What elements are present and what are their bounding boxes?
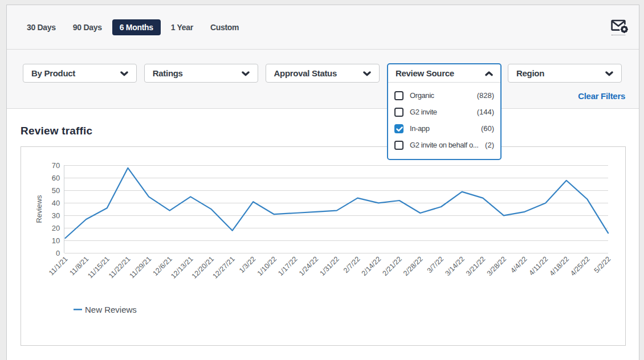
svg-text:1/10/22: 1/10/22 [256, 255, 278, 277]
filter-review-source[interactable]: Review Source [388, 64, 500, 83]
svg-text:3/28/22: 3/28/22 [486, 255, 508, 277]
line-chart: 01020304050607011/1/2111/8/2111/15/2111/… [21, 147, 625, 345]
svg-text:11/15/21: 11/15/21 [86, 255, 111, 280]
option-organic[interactable]: Organic (828) [388, 87, 500, 104]
option-g2-invite-on-behalf[interactable]: G2 invite on behalf o... (2) [388, 137, 500, 153]
option-g2-invite-on-behalf-label: G2 invite on behalf o... [410, 141, 482, 149]
svg-text:50: 50 [52, 186, 60, 195]
option-g2-invite[interactable]: G2 invite (144) [388, 104, 500, 120]
checkbox-g2-invite-on-behalf[interactable] [394, 141, 403, 150]
svg-text:3/21/22: 3/21/22 [464, 255, 487, 277]
filters-row: By Product Ratings Approval Status Regio [23, 64, 622, 83]
checkbox-organic[interactable] [394, 91, 403, 100]
option-organic-label: Organic [410, 91, 474, 100]
option-in-app-label: In-app [410, 124, 478, 133]
review-traffic-section: Review traffic 01020304050607011/1/2111/… [7, 109, 639, 360]
svg-text:4/25/22: 4/25/22 [569, 255, 591, 277]
review-traffic-chart[interactable]: 01020304050607011/1/2111/8/2111/15/2111/… [21, 146, 626, 346]
svg-text:3/14/22: 3/14/22 [443, 255, 466, 277]
svg-text:11/29/21: 11/29/21 [128, 255, 153, 280]
filters-bar: By Product Ratings Approval Status Regio [7, 50, 639, 109]
svg-text:2/21/22: 2/21/22 [381, 255, 403, 277]
filter-region-label: Region [516, 68, 544, 78]
filter-review-source-label: Review Source [396, 68, 454, 78]
tab-custom[interactable]: Custom [203, 19, 246, 35]
filter-ratings[interactable]: Ratings [144, 64, 258, 83]
option-g2-invite-label: G2 invite [410, 108, 474, 116]
dashboard-card: 30 Days 90 Days 6 Months 1 Year Custom [6, 5, 639, 360]
y-axis-title: Reviews [35, 195, 43, 223]
email-report-settings-button[interactable] [611, 19, 629, 35]
filter-approval-status-label: Approval Status [274, 68, 337, 78]
svg-text:70: 70 [52, 161, 60, 170]
section-title: Review traffic [21, 125, 92, 137]
checkbox-g2-invite[interactable] [394, 108, 403, 117]
svg-text:30: 30 [52, 211, 60, 220]
svg-text:2/28/22: 2/28/22 [402, 255, 424, 277]
time-range-tab-bar: 30 Days 90 Days 6 Months 1 Year Custom [7, 5, 639, 50]
svg-text:20: 20 [52, 224, 60, 232]
legend-label: New Reviews [85, 305, 137, 314]
svg-text:11/22/21: 11/22/21 [107, 255, 132, 280]
chart-legend: New Reviews [74, 305, 137, 314]
filter-by-product[interactable]: By Product [23, 64, 137, 83]
svg-text:1/17/22: 1/17/22 [276, 255, 299, 277]
filter-ratings-label: Ratings [153, 68, 183, 78]
option-organic-count: (828) [477, 91, 494, 100]
svg-text:60: 60 [52, 174, 60, 182]
svg-text:12/20/21: 12/20/21 [190, 255, 215, 280]
chevron-down-icon [120, 68, 128, 79]
svg-text:3/7/22: 3/7/22 [426, 255, 446, 275]
svg-text:1/24/22: 1/24/22 [297, 255, 320, 277]
chevron-down-icon [363, 68, 371, 79]
svg-text:40: 40 [52, 199, 60, 207]
svg-text:12/27/21: 12/27/21 [211, 255, 236, 280]
tab-30-days[interactable]: 30 Days [20, 19, 63, 35]
chevron-down-icon [242, 68, 250, 79]
chevron-up-icon [485, 68, 493, 79]
review-source-option-list: Organic (828) G2 invite (144) In-app (60… [388, 83, 500, 157]
option-g2-invite-count: (144) [477, 108, 494, 116]
clear-filters-link[interactable]: Clear Filters [578, 91, 625, 101]
filter-by-product-label: By Product [31, 68, 75, 78]
tab-1-year[interactable]: 1 Year [164, 19, 200, 35]
svg-text:5/2/22: 5/2/22 [593, 255, 613, 275]
filter-approval-status[interactable]: Approval Status [266, 64, 380, 83]
checkbox-in-app[interactable] [394, 124, 403, 133]
svg-text:2/14/22: 2/14/22 [360, 255, 382, 277]
svg-text:2/7/22: 2/7/22 [342, 255, 362, 275]
svg-text:1/31/22: 1/31/22 [319, 255, 341, 277]
svg-text:1/3/22: 1/3/22 [238, 255, 258, 275]
option-in-app-count: (60) [481, 124, 494, 133]
chevron-down-icon [605, 68, 613, 79]
svg-text:11/1/21: 11/1/21 [47, 255, 70, 277]
option-in-app[interactable]: In-app (60) [388, 120, 500, 137]
tab-90-days[interactable]: 90 Days [66, 19, 109, 35]
option-g2-invite-on-behalf-count: (2) [485, 141, 494, 149]
svg-text:10: 10 [52, 236, 60, 245]
filter-review-source-expanded: Review Source Organic (828) G2 invite (1… [387, 63, 502, 160]
tab-6-months[interactable]: 6 Months [112, 19, 161, 35]
svg-text:0: 0 [56, 249, 60, 257]
svg-text:12/13/21: 12/13/21 [169, 255, 194, 280]
svg-text:4/4/22: 4/4/22 [509, 255, 529, 275]
svg-text:4/11/22: 4/11/22 [528, 255, 550, 277]
svg-text:4/18/22: 4/18/22 [548, 255, 570, 277]
filter-region[interactable]: Region [508, 64, 622, 83]
tooltip-dotted-underline [612, 35, 625, 35]
